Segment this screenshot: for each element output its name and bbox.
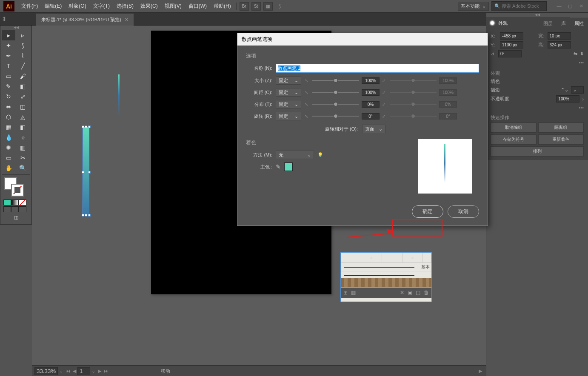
spacing-value-1[interactable]: 100%: [362, 89, 380, 96]
slider-expand-icon[interactable]: ⤡: [305, 114, 310, 119]
transform-more-icon[interactable]: •••: [491, 59, 584, 66]
arrange-docs-icon[interactable]: ▦: [263, 2, 273, 11]
spacing-mode-select[interactable]: 固定⌄: [276, 88, 301, 97]
graph-tool[interactable]: ▥: [16, 142, 30, 153]
zoom-input[interactable]: [34, 367, 58, 375]
eyedropper-icon[interactable]: ✎: [276, 163, 281, 170]
document-tab[interactable]: 未标题-1* @ 33.33% (RGB/GPU 预览) ✕: [36, 14, 134, 26]
hand-tool[interactable]: ✋: [2, 163, 15, 173]
cancel-button[interactable]: 取消: [448, 205, 479, 218]
stroke-weight-stepper[interactable]: ⌃⌄: [561, 87, 568, 93]
thin-brush-row[interactable]: [341, 271, 431, 278]
basic-brush-row[interactable]: 基本: [341, 263, 431, 271]
scroll-right-icon[interactable]: ▶: [477, 368, 483, 374]
scatter-slider-1[interactable]: [312, 104, 359, 105]
tips-icon[interactable]: 💡: [317, 152, 323, 158]
draw-normal[interactable]: [3, 206, 11, 212]
rotate-input[interactable]: [498, 50, 522, 57]
artboard-tool[interactable]: ▭: [2, 153, 15, 163]
toolpanel-collapse-icon[interactable]: ◀◀: [2, 27, 30, 30]
curvature-tool[interactable]: ⌇: [16, 51, 30, 61]
gpu-icon[interactable]: ⟆: [275, 2, 285, 11]
tab-layers[interactable]: 图层: [539, 18, 557, 29]
size-slider-1[interactable]: [312, 80, 359, 81]
type-tool[interactable]: T: [2, 61, 15, 71]
bridge-icon[interactable]: Br: [240, 2, 249, 11]
shaper-tool[interactable]: ✎: [2, 81, 15, 91]
menu-edit[interactable]: 编辑(E): [41, 3, 65, 10]
prev-page-icon[interactable]: ◀: [71, 368, 77, 374]
draw-behind[interactable]: [11, 206, 19, 212]
isolate-button[interactable]: 隔离组: [538, 122, 584, 133]
menu-effect[interactable]: 效果(C): [137, 3, 161, 10]
minimize-icon[interactable]: —: [556, 3, 562, 9]
workspace-switcher[interactable]: 基本功能 ⌄: [458, 2, 489, 11]
menu-help[interactable]: 帮助(H): [210, 3, 234, 10]
rectangle-tool[interactable]: ▭: [2, 71, 15, 81]
search-stock-input[interactable]: 🔍 搜索 Adobe Stock: [491, 1, 547, 11]
pattern-brush-row[interactable]: [341, 278, 431, 288]
flip-h-icon[interactable]: ⇋: [574, 51, 577, 57]
page-input[interactable]: [77, 367, 90, 375]
slider-expand-icon[interactable]: ⤡: [305, 90, 310, 95]
width-tool[interactable]: ⇔: [2, 102, 15, 112]
delete-brush-icon[interactable]: 🗑: [424, 290, 429, 296]
free-transform-tool[interactable]: ◫: [16, 102, 30, 112]
menu-select[interactable]: 选择(S): [113, 3, 137, 10]
brush-tool[interactable]: 🖌: [16, 71, 30, 81]
w-input[interactable]: [548, 32, 571, 40]
maximize-icon[interactable]: ▢: [567, 3, 574, 9]
rotation-slider-1[interactable]: [312, 116, 359, 117]
brush-swatch-5[interactable]: [423, 253, 431, 262]
brush-lib-icon[interactable]: ⊞: [343, 290, 348, 296]
remove-brush-icon[interactable]: ✕: [400, 290, 404, 296]
pen-tool[interactable]: ✒: [2, 51, 15, 61]
stock-icon[interactable]: St: [251, 2, 261, 11]
brush-name-input[interactable]: 散点画笔 1: [276, 64, 479, 73]
brush-swatch-3[interactable]: ⋮: [382, 253, 402, 262]
eyedropper-tool[interactable]: 💧: [2, 132, 15, 142]
tab-libraries[interactable]: 库: [557, 18, 570, 29]
rotation-mode-select[interactable]: 固定⌄: [276, 112, 301, 120]
blend-tool[interactable]: ⟐: [16, 132, 30, 142]
brush-swatch-1[interactable]: ·: [341, 253, 361, 262]
slider-expand-icon[interactable]: ⤡: [305, 102, 310, 107]
appearance-more-icon[interactable]: •••: [491, 104, 584, 111]
brush-lib-menu-icon[interactable]: ▥: [351, 290, 356, 296]
chevron-down-icon[interactable]: ⌄: [58, 368, 64, 374]
slice-tool[interactable]: ✂: [16, 153, 30, 163]
magic-wand-tool[interactable]: ✦: [2, 40, 15, 51]
x-input[interactable]: [500, 32, 523, 40]
save-symbol-button[interactable]: 存储为符号: [491, 134, 537, 145]
flip-v-icon[interactable]: ⥮: [580, 51, 584, 57]
spacing-slider-1[interactable]: [312, 92, 359, 93]
gradient-mode[interactable]: [11, 199, 19, 205]
h-input[interactable]: [548, 41, 571, 48]
tab-properties[interactable]: 属性: [570, 17, 588, 29]
gradient-tool[interactable]: ◧: [16, 122, 30, 132]
direct-selection-tool[interactable]: ▹: [16, 30, 30, 40]
colorization-method-select[interactable]: 无⌄: [276, 151, 314, 159]
recolor-button[interactable]: 重新着色: [538, 134, 584, 145]
rotation-relative-select[interactable]: 页面⌄: [362, 125, 385, 133]
scatter-mode-select[interactable]: 固定⌄: [276, 100, 301, 108]
menu-object[interactable]: 对象(O): [65, 3, 89, 10]
perspective-tool[interactable]: ◬: [16, 112, 30, 122]
y-input[interactable]: [500, 41, 523, 48]
lasso-tool[interactable]: ⟆: [16, 40, 30, 51]
symbol-sprayer-tool[interactable]: ✺: [2, 142, 15, 153]
rotate-tool[interactable]: ↻: [2, 91, 15, 102]
gradient-path-1[interactable]: [118, 74, 120, 117]
arrange-button[interactable]: 排列: [491, 146, 584, 157]
key-color-swatch[interactable]: [284, 162, 293, 171]
chevron-down-icon[interactable]: ⌄: [90, 368, 97, 374]
brush-swatch-4[interactable]: ●: [402, 253, 423, 262]
rotation-value-1[interactable]: 0°: [362, 113, 380, 120]
scale-tool[interactable]: ⤢: [16, 91, 30, 102]
ungroup-button[interactable]: 取消编组: [491, 122, 537, 133]
stroke-preset[interactable]: ⌄: [571, 86, 584, 94]
none-mode[interactable]: [19, 199, 26, 205]
close-icon[interactable]: ✕: [578, 3, 585, 9]
brush-options-icon[interactable]: ▣: [408, 290, 412, 296]
menu-view[interactable]: 视图(V): [161, 3, 185, 10]
